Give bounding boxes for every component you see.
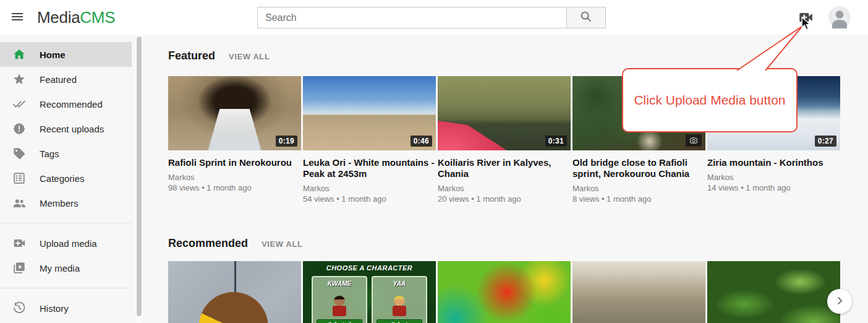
sidebar-item-label: Upload media: [40, 238, 97, 249]
scrollbar-thumb[interactable]: [137, 37, 142, 316]
media-thumbnail[interactable]: [438, 261, 571, 323]
user-menu-button[interactable]: [828, 6, 851, 28]
menu-button[interactable]: [9, 9, 26, 26]
sidebar-item-upload-media[interactable]: Upload media: [0, 231, 132, 256]
search-icon: [579, 10, 593, 25]
sidebar-item-label: History: [40, 303, 69, 314]
logo-text: Media: [37, 8, 80, 27]
duration-badge: 0:27: [815, 136, 836, 147]
media-meta: 14 views • 1 month ago: [707, 183, 840, 193]
history-icon: [12, 301, 26, 315]
sidebar-item-featured[interactable]: Featured: [0, 67, 132, 92]
search-bar: [257, 7, 606, 28]
character-select-button: Select: [377, 319, 422, 323]
media-author[interactable]: Markos: [438, 183, 571, 194]
character-panel: KWAME: [312, 276, 367, 323]
sidebar-scrollbar[interactable]: [135, 35, 143, 323]
sidebar-item-label: Home: [40, 50, 66, 60]
sidebar-item-label: Recent uploads: [40, 124, 104, 134]
character-name: KWAME: [313, 280, 366, 287]
sidebar-item-categories[interactable]: Categories: [0, 166, 132, 191]
annotation-pointer: [730, 22, 810, 71]
sidebar: HomeFeaturedRecommendedRecent uploadsTag…: [0, 35, 132, 323]
annotation-text: Click Upload Media button: [634, 93, 785, 108]
media-card: 0:31Koiliaris River in Kalyves, ChaniaMa…: [438, 76, 571, 204]
media-meta: 98 views • 1 month ago: [168, 183, 301, 193]
media-thumbnail[interactable]: [707, 261, 840, 323]
media-card: [438, 261, 571, 323]
sidebar-item-label: My media: [40, 263, 80, 273]
media-meta: 54 views • 1 month ago: [303, 194, 436, 204]
media-card: [168, 261, 301, 323]
mouse-cursor: [801, 17, 811, 31]
sidebar-item-history[interactable]: History: [0, 296, 132, 321]
duration-badge: 0:46: [411, 136, 432, 147]
media-title-link[interactable]: Koiliaris River in Kalyves, Chania: [438, 157, 571, 179]
sidebar-item-label: Tags: [40, 149, 59, 159]
media-title-link[interactable]: Leuka Ori - White mountains - Peak at 24…: [303, 157, 436, 179]
carousel-next-button[interactable]: [827, 289, 852, 314]
duration-badge: 0:19: [276, 136, 297, 147]
section-title: Recommended: [168, 237, 248, 250]
sidebar-item-label: Featured: [40, 74, 77, 85]
view-all-link[interactable]: VIEW ALL: [262, 239, 302, 249]
media-card: 0:19Rafioli Sprint in NerokourouMarkos98…: [168, 76, 301, 204]
character-panel: YAA: [372, 276, 427, 323]
search-button[interactable]: [567, 7, 606, 28]
media-card: 0:46Leuka Ori - White mountains - Peak a…: [303, 76, 436, 204]
sidebar-item-home[interactable]: Home: [0, 42, 132, 67]
new-releases-icon: [12, 122, 26, 136]
menu-icon: [10, 9, 25, 26]
media-title-link[interactable]: Rafioli Sprint in Nerokourou: [168, 157, 301, 168]
sidebar-item-label: Categories: [40, 173, 85, 184]
media-thumbnail[interactable]: CHOOSE A CHARACTERKWAMESelectedYAASelect: [303, 261, 436, 323]
media-card: CHOOSE A CHARACTERKWAMESelectedYAASelect: [303, 261, 436, 323]
sidebar-item-members[interactable]: Members: [0, 191, 132, 215]
logo[interactable]: MediaCMS: [37, 8, 115, 27]
section-header: Recommended VIEW ALL: [168, 237, 868, 250]
sidebar-item-tags[interactable]: Tags: [0, 141, 132, 166]
sidebar-item-recommended[interactable]: Recommended: [0, 92, 132, 116]
media-thumbnail[interactable]: 0:46: [303, 76, 436, 150]
media-thumbnail[interactable]: [572, 261, 705, 323]
media-card: [707, 261, 840, 323]
camera-icon: [686, 134, 702, 147]
sidebar-divider: [0, 223, 132, 223]
mediacms-app: MediaCMS HomeFeaturedRecommendedRecent u…: [0, 0, 868, 323]
search-input[interactable]: [257, 7, 567, 28]
tag-icon: [12, 147, 26, 160]
media-row: CHOOSE A CHARACTERKWAMESelectedYAASelect: [168, 261, 868, 323]
sidebar-item-my-media[interactable]: My media: [0, 256, 132, 280]
character-select-button: Selected: [317, 319, 362, 323]
sidebar-item-label: Recommended: [40, 99, 103, 110]
media-thumbnail[interactable]: 0:31: [438, 76, 571, 150]
media-meta: 20 views • 1 month ago: [438, 194, 571, 204]
sidebar-item-recent-uploads[interactable]: Recent uploads: [0, 116, 132, 141]
media-thumbnail[interactable]: [168, 261, 301, 323]
media-card: [572, 261, 705, 323]
sidebar-item-label: Members: [40, 198, 79, 209]
done-all-icon: [12, 97, 26, 111]
categories-icon: [12, 171, 26, 185]
section-title: Featured: [168, 50, 215, 62]
media-meta: 8 views • 1 month ago: [572, 194, 705, 204]
view-all-link[interactable]: VIEW ALL: [229, 52, 270, 61]
media-author[interactable]: Markos: [572, 183, 705, 194]
media-title-link[interactable]: Old bridge close to Rafioli sprint, Nero…: [572, 157, 705, 179]
media-author[interactable]: Markos: [168, 172, 301, 183]
annotation-callout: Click Upload Media button: [622, 68, 798, 132]
media-author[interactable]: Markos: [707, 172, 840, 183]
media-title-link[interactable]: Ziria mountain - Korinthos: [707, 157, 840, 168]
media-author[interactable]: Markos: [303, 183, 436, 194]
chevron-right-icon: [833, 294, 846, 309]
logo-accent-text: CMS: [80, 8, 115, 27]
character-name: YAA: [373, 280, 426, 287]
thumb-overlay-title: CHOOSE A CHARACTER: [303, 264, 436, 272]
character-sprite: [330, 296, 349, 321]
media-thumbnail[interactable]: 0:19: [168, 76, 301, 150]
duration-badge: 0:31: [545, 136, 567, 147]
members-icon: [12, 196, 26, 210]
section-recommended: Recommended VIEW ALL CHOOSE A CHARACTERK…: [168, 237, 868, 323]
sidebar-divider: [0, 288, 132, 288]
star-icon: [12, 72, 26, 86]
